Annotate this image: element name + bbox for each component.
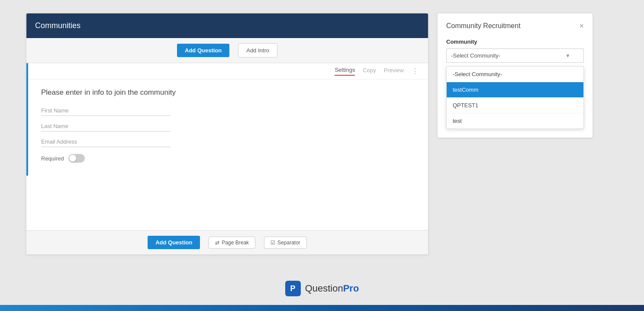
question-title: Please enter in info to join the communi…: [41, 88, 415, 97]
question-tabs: Settings Copy Preview ⋮: [28, 63, 428, 80]
community-select-value: -Select Community-: [451, 52, 500, 59]
first-name-underline: [41, 115, 171, 116]
questionpro-logo-text: QuestionPro: [305, 283, 359, 294]
page-break-button[interactable]: ⇄ Page Break: [209, 237, 255, 249]
last-name-underline: [41, 131, 171, 131]
recruitment-header: Community Recruitment ×: [446, 22, 584, 30]
main-content-area: Communities Add Question Add Intro Setti…: [0, 0, 644, 268]
communities-toolbar: Add Question Add Intro: [26, 38, 428, 63]
email-underline: [41, 147, 171, 147]
add-intro-button[interactable]: Add Intro: [238, 43, 277, 58]
dropdown-item-testcomm[interactable]: testComm: [447, 82, 583, 98]
required-label: Required: [41, 155, 64, 162]
last-name-label: Last Name: [41, 123, 415, 129]
last-name-field: Last Name: [41, 123, 415, 131]
required-toggle[interactable]: [68, 154, 85, 163]
communities-header: Communities: [26, 13, 428, 38]
recruitment-panel: Community Recruitment × Community -Selec…: [437, 13, 593, 138]
page-break-label: Page Break: [222, 240, 249, 246]
question-block: Settings Copy Preview ⋮ Please enter in …: [26, 63, 428, 176]
recruitment-title: Community Recruitment: [446, 22, 521, 30]
separator-button[interactable]: ☑ Separator: [264, 237, 307, 249]
add-question-button-top[interactable]: Add Question: [177, 44, 229, 57]
tab-preview[interactable]: Preview: [384, 67, 404, 75]
logo-area: P QuestionPro: [0, 268, 644, 305]
logo-icon-text: P: [290, 284, 296, 293]
communities-title: Communities: [35, 21, 80, 30]
community-section-label: Community: [446, 38, 584, 45]
community-dropdown-list: -Select Community- testComm QPTEST1 test: [446, 66, 584, 129]
page-wrapper: Communities Add Question Add Intro Setti…: [0, 0, 644, 311]
first-name-field: First Name: [41, 107, 415, 116]
bottom-bar: [0, 305, 644, 311]
email-label: Email Address: [41, 138, 415, 145]
communities-panel: Communities Add Question Add Intro Setti…: [26, 13, 428, 255]
chevron-down-icon: ▼: [565, 53, 570, 59]
question-content: Please enter in info to join the communi…: [28, 80, 428, 176]
community-select[interactable]: -Select Community- ▼: [446, 48, 584, 63]
dropdown-item-test[interactable]: test: [447, 113, 583, 128]
tab-settings[interactable]: Settings: [335, 67, 355, 76]
tab-copy[interactable]: Copy: [363, 67, 376, 75]
first-name-label: First Name: [41, 107, 415, 114]
add-question-button-bottom[interactable]: Add Question: [148, 236, 200, 249]
dropdown-item-placeholder[interactable]: -Select Community-: [447, 67, 583, 82]
dropdown-item-qptest1[interactable]: QPTEST1: [447, 98, 583, 113]
community-select-wrapper: -Select Community- ▼: [446, 48, 584, 63]
bottom-toolbar: Add Question ⇄ Page Break ☑ Separator: [26, 230, 428, 254]
separator-label: Separator: [277, 240, 300, 246]
more-options-icon[interactable]: ⋮: [412, 67, 419, 75]
required-row: Required: [41, 154, 415, 163]
questionpro-logo-icon: P: [285, 281, 301, 296]
separator-icon: ☑: [270, 240, 275, 246]
close-button[interactable]: ×: [579, 22, 584, 30]
email-field: Email Address: [41, 138, 415, 147]
page-break-icon: ⇄: [215, 240, 219, 246]
